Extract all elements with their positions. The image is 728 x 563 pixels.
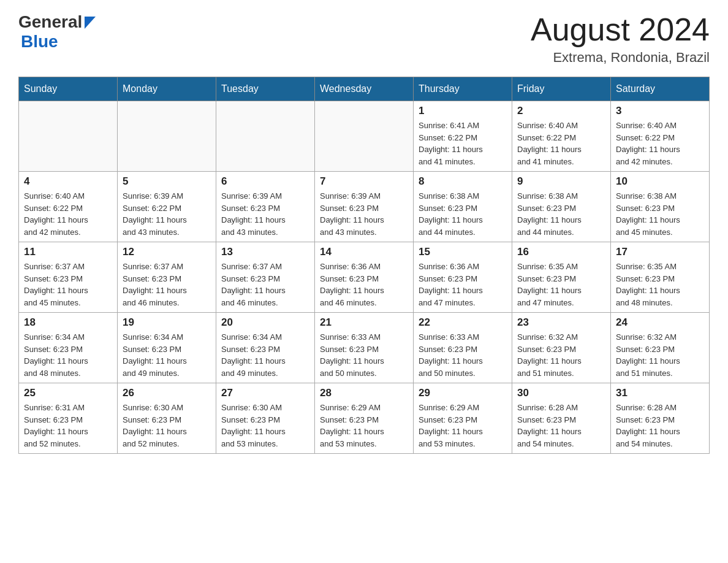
empty-content xyxy=(320,105,408,160)
day-cell-content: 10 Sunrise: 6:38 AMSunset: 6:23 PMDaylig… xyxy=(616,175,704,238)
calendar-cell: 25 Sunrise: 6:31 AMSunset: 6:23 PMDaylig… xyxy=(19,383,118,454)
day-info: Sunrise: 6:40 AMSunset: 6:22 PMDaylight:… xyxy=(616,120,704,167)
calendar-cell: 4 Sunrise: 6:40 AMSunset: 6:22 PMDayligh… xyxy=(19,172,118,242)
col-thursday: Thursday xyxy=(414,77,512,101)
day-number: 12 xyxy=(123,246,211,258)
day-number: 19 xyxy=(123,316,211,329)
calendar-cell: 23 Sunrise: 6:32 AMSunset: 6:23 PMDaylig… xyxy=(512,313,611,383)
day-cell-content: 1 Sunrise: 6:41 AMSunset: 6:22 PMDayligh… xyxy=(419,105,507,167)
day-number: 15 xyxy=(419,246,507,258)
calendar-cell xyxy=(315,101,414,172)
calendar-cell: 6 Sunrise: 6:39 AMSunset: 6:23 PMDayligh… xyxy=(216,172,315,242)
day-cell-content: 16 Sunrise: 6:35 AMSunset: 6:23 PMDaylig… xyxy=(517,246,605,308)
logo-arrow-icon xyxy=(85,17,96,31)
calendar-week-4: 18 Sunrise: 6:34 AMSunset: 6:23 PMDaylig… xyxy=(19,313,710,383)
day-cell-content: 29 Sunrise: 6:29 AMSunset: 6:23 PMDaylig… xyxy=(419,387,507,450)
calendar-cell: 5 Sunrise: 6:39 AMSunset: 6:22 PMDayligh… xyxy=(118,172,216,242)
subtitle: Extrema, Rondonia, Brazil xyxy=(531,50,710,66)
day-info: Sunrise: 6:39 AMSunset: 6:22 PMDaylight:… xyxy=(123,190,211,238)
day-info: Sunrise: 6:34 AMSunset: 6:23 PMDaylight:… xyxy=(123,331,211,379)
calendar-cell: 24 Sunrise: 6:32 AMSunset: 6:23 PMDaylig… xyxy=(611,313,710,383)
calendar-cell: 3 Sunrise: 6:40 AMSunset: 6:22 PMDayligh… xyxy=(611,101,710,172)
day-cell-content: 20 Sunrise: 6:34 AMSunset: 6:23 PMDaylig… xyxy=(221,316,309,379)
day-info: Sunrise: 6:39 AMSunset: 6:23 PMDaylight:… xyxy=(221,190,309,238)
page-wrapper: General Blue August 2024 Extrema, Rondon… xyxy=(0,0,728,466)
day-info: Sunrise: 6:37 AMSunset: 6:23 PMDaylight:… xyxy=(221,261,309,308)
calendar-table: Sunday Monday Tuesday Wednesday Thursday… xyxy=(18,77,710,454)
day-cell-content: 5 Sunrise: 6:39 AMSunset: 6:22 PMDayligh… xyxy=(123,175,211,238)
day-cell-content: 6 Sunrise: 6:39 AMSunset: 6:23 PMDayligh… xyxy=(221,175,309,238)
day-cell-content: 8 Sunrise: 6:38 AMSunset: 6:23 PMDayligh… xyxy=(419,175,507,238)
day-info: Sunrise: 6:32 AMSunset: 6:23 PMDaylight:… xyxy=(517,331,605,379)
empty-content xyxy=(24,105,112,160)
day-info: Sunrise: 6:36 AMSunset: 6:23 PMDaylight:… xyxy=(320,261,408,308)
day-number: 22 xyxy=(419,316,507,329)
day-number: 14 xyxy=(320,246,408,258)
calendar-cell: 16 Sunrise: 6:35 AMSunset: 6:23 PMDaylig… xyxy=(512,242,611,313)
header-row: Sunday Monday Tuesday Wednesday Thursday… xyxy=(19,77,710,101)
col-saturday: Saturday xyxy=(611,77,710,101)
day-number: 1 xyxy=(419,105,507,117)
day-info: Sunrise: 6:38 AMSunset: 6:23 PMDaylight:… xyxy=(419,190,507,238)
day-number: 17 xyxy=(616,246,704,258)
day-number: 16 xyxy=(517,246,605,258)
day-cell-content: 14 Sunrise: 6:36 AMSunset: 6:23 PMDaylig… xyxy=(320,246,408,308)
day-number: 31 xyxy=(616,387,704,399)
day-cell-content: 31 Sunrise: 6:28 AMSunset: 6:23 PMDaylig… xyxy=(616,387,704,450)
day-number: 2 xyxy=(517,105,605,117)
day-cell-content: 22 Sunrise: 6:33 AMSunset: 6:23 PMDaylig… xyxy=(419,316,507,379)
logo-blue: Blue xyxy=(21,32,58,52)
svg-marker-0 xyxy=(85,17,96,29)
day-cell-content: 21 Sunrise: 6:33 AMSunset: 6:23 PMDaylig… xyxy=(320,316,408,379)
day-cell-content: 15 Sunrise: 6:36 AMSunset: 6:23 PMDaylig… xyxy=(419,246,507,308)
day-number: 28 xyxy=(320,387,408,399)
calendar-cell xyxy=(19,101,118,172)
day-number: 29 xyxy=(419,387,507,399)
day-info: Sunrise: 6:39 AMSunset: 6:23 PMDaylight:… xyxy=(320,190,408,238)
day-info: Sunrise: 6:41 AMSunset: 6:22 PMDaylight:… xyxy=(419,120,507,167)
day-cell-content: 9 Sunrise: 6:38 AMSunset: 6:23 PMDayligh… xyxy=(517,175,605,238)
col-wednesday: Wednesday xyxy=(315,77,414,101)
calendar-cell: 13 Sunrise: 6:37 AMSunset: 6:23 PMDaylig… xyxy=(216,242,315,313)
calendar-cell: 28 Sunrise: 6:29 AMSunset: 6:23 PMDaylig… xyxy=(315,383,414,454)
day-number: 8 xyxy=(419,175,507,188)
calendar-cell: 2 Sunrise: 6:40 AMSunset: 6:22 PMDayligh… xyxy=(512,101,611,172)
calendar-cell: 12 Sunrise: 6:37 AMSunset: 6:23 PMDaylig… xyxy=(118,242,216,313)
day-cell-content: 27 Sunrise: 6:30 AMSunset: 6:23 PMDaylig… xyxy=(221,387,309,450)
day-info: Sunrise: 6:33 AMSunset: 6:23 PMDaylight:… xyxy=(320,331,408,379)
calendar-cell xyxy=(118,101,216,172)
col-friday: Friday xyxy=(512,77,611,101)
day-cell-content: 17 Sunrise: 6:35 AMSunset: 6:23 PMDaylig… xyxy=(616,246,704,308)
title-block: August 2024 Extrema, Rondonia, Brazil xyxy=(531,12,710,66)
calendar-cell: 18 Sunrise: 6:34 AMSunset: 6:23 PMDaylig… xyxy=(19,313,118,383)
day-number: 26 xyxy=(123,387,211,399)
day-info: Sunrise: 6:35 AMSunset: 6:23 PMDaylight:… xyxy=(616,261,704,308)
day-number: 20 xyxy=(221,316,309,329)
day-cell-content: 3 Sunrise: 6:40 AMSunset: 6:22 PMDayligh… xyxy=(616,105,704,167)
day-number: 11 xyxy=(24,246,112,258)
day-cell-content: 24 Sunrise: 6:32 AMSunset: 6:23 PMDaylig… xyxy=(616,316,704,379)
calendar-cell: 15 Sunrise: 6:36 AMSunset: 6:23 PMDaylig… xyxy=(414,242,512,313)
day-cell-content: 11 Sunrise: 6:37 AMSunset: 6:23 PMDaylig… xyxy=(24,246,112,308)
logo-line2: Blue xyxy=(21,32,58,52)
calendar-cell: 19 Sunrise: 6:34 AMSunset: 6:23 PMDaylig… xyxy=(118,313,216,383)
day-cell-content: 28 Sunrise: 6:29 AMSunset: 6:23 PMDaylig… xyxy=(320,387,408,450)
calendar-cell: 1 Sunrise: 6:41 AMSunset: 6:22 PMDayligh… xyxy=(414,101,512,172)
logo-general: General xyxy=(18,12,82,32)
calendar-cell: 14 Sunrise: 6:36 AMSunset: 6:23 PMDaylig… xyxy=(315,242,414,313)
day-cell-content: 26 Sunrise: 6:30 AMSunset: 6:23 PMDaylig… xyxy=(123,387,211,450)
day-info: Sunrise: 6:40 AMSunset: 6:22 PMDaylight:… xyxy=(517,120,605,167)
calendar-cell: 9 Sunrise: 6:38 AMSunset: 6:23 PMDayligh… xyxy=(512,172,611,242)
day-cell-content: 19 Sunrise: 6:34 AMSunset: 6:23 PMDaylig… xyxy=(123,316,211,379)
calendar-header: Sunday Monday Tuesday Wednesday Thursday… xyxy=(19,77,710,101)
calendar-week-2: 4 Sunrise: 6:40 AMSunset: 6:22 PMDayligh… xyxy=(19,172,710,242)
day-number: 23 xyxy=(517,316,605,329)
day-number: 30 xyxy=(517,387,605,399)
day-info: Sunrise: 6:36 AMSunset: 6:23 PMDaylight:… xyxy=(419,261,507,308)
logo: General Blue xyxy=(18,12,96,52)
day-info: Sunrise: 6:29 AMSunset: 6:23 PMDaylight:… xyxy=(419,402,507,450)
day-number: 7 xyxy=(320,175,408,188)
day-number: 10 xyxy=(616,175,704,188)
calendar-cell: 26 Sunrise: 6:30 AMSunset: 6:23 PMDaylig… xyxy=(118,383,216,454)
day-cell-content: 18 Sunrise: 6:34 AMSunset: 6:23 PMDaylig… xyxy=(24,316,112,379)
